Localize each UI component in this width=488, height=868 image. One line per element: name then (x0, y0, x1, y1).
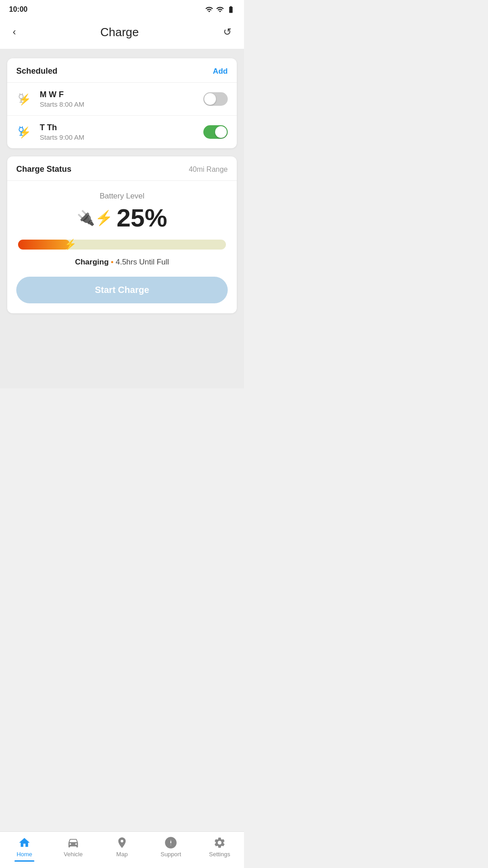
back-button[interactable]: ‹ (11, 24, 18, 40)
battery-label: Battery Level (16, 192, 228, 201)
scheduled-card-header: Scheduled Add (7, 58, 237, 83)
schedule-days-2: T Th (40, 123, 203, 132)
progress-fill: ⚡ (18, 240, 70, 250)
battery-percent-row: 🔌⚡ 25% (16, 205, 228, 231)
schedule-time-2: Starts 9:00 AM (40, 133, 203, 141)
plug-inactive-icon: ⚡ (16, 91, 33, 107)
toggle-track-2[interactable] (203, 125, 228, 139)
add-schedule-button[interactable]: Add (213, 67, 228, 76)
schedule-info-1: M W F Starts 8:00 AM (40, 90, 203, 108)
header: ‹ Charge ↺ (0, 17, 244, 49)
toggle-1[interactable] (203, 92, 228, 106)
page-title: Charge (100, 25, 139, 39)
progress-bolt-icon: ⚡ (64, 239, 76, 250)
toggle-track-1[interactable] (203, 92, 228, 106)
signal-icon (205, 5, 213, 14)
scheduled-title: Scheduled (16, 66, 57, 76)
schedule-info-2: T Th Starts 9:00 AM (40, 123, 203, 141)
range-label: 40mi Range (189, 165, 228, 174)
charge-status-header: Charge Status 40mi Range (7, 156, 237, 181)
status-dot: • (111, 258, 116, 266)
status-time: 10:00 (9, 5, 28, 14)
schedule-days-1: M W F (40, 90, 203, 99)
schedule-item-1: ⚡ M W F Starts 8:00 AM (7, 83, 237, 116)
plug-active-icon: ⚡ (16, 124, 33, 140)
main-content: Scheduled Add ⚡ M W F Starts 8:00 AM (0, 49, 244, 388)
toggle-2[interactable] (203, 125, 228, 139)
wifi-icon (216, 5, 224, 14)
charge-status-card: Charge Status 40mi Range Battery Level 🔌… (7, 156, 237, 313)
toggle-thumb-2 (215, 126, 227, 138)
refresh-button[interactable]: ↺ (221, 24, 233, 40)
charge-status-body: Battery Level 🔌⚡ 25% ⚡ Charging • 4.5hrs… (7, 181, 237, 313)
battery-percent: 25% (117, 205, 167, 231)
toggle-thumb-1 (204, 93, 216, 105)
scheduled-card: Scheduled Add ⚡ M W F Starts 8:00 AM (7, 58, 237, 148)
battery-icon (227, 5, 235, 14)
start-charge-button[interactable]: Start Charge (16, 277, 228, 303)
charging-status-text: Charging • 4.5hrs Until Full (16, 258, 228, 267)
charge-status-title: Charge Status (16, 165, 71, 174)
status-bar: 10:00 (0, 0, 244, 17)
status-icons (205, 5, 235, 14)
schedule-time-1: Starts 8:00 AM (40, 100, 203, 108)
charging-label: Charging (75, 258, 109, 266)
battery-progress-bar: ⚡ (18, 240, 226, 250)
schedule-item-2: ⚡ T Th Starts 9:00 AM (7, 116, 237, 148)
plug-charging-icon: 🔌⚡ (77, 211, 113, 225)
time-until-full: 4.5hrs Until Full (116, 258, 169, 266)
